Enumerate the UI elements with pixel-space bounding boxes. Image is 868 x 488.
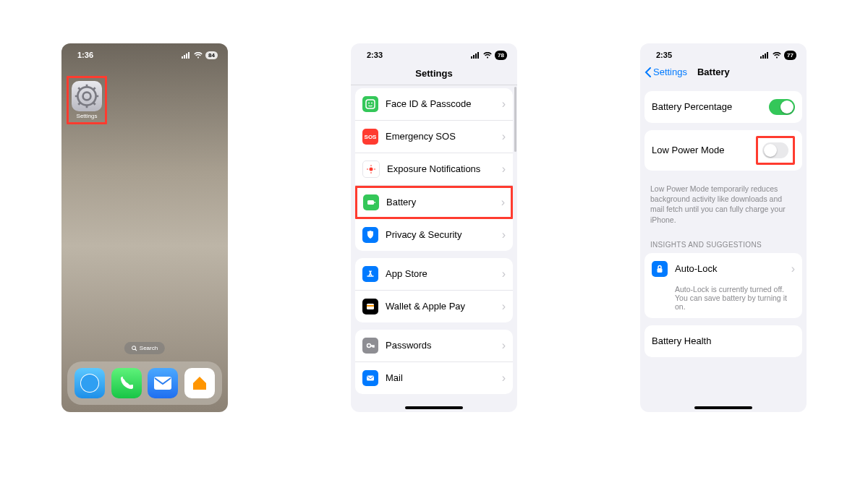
status-icons: 78 xyxy=(471,51,507,60)
wifi-icon xyxy=(194,52,203,59)
screenshot-settings-list: 2:33 78 Settings Face ID & Passcode › SO… xyxy=(351,43,517,412)
row-label: Low Power Mode xyxy=(652,145,756,156)
screenshot-home-screen: 1:36 84 Settings Search xyxy=(61,43,228,412)
house-icon xyxy=(190,374,209,393)
chevron-right-icon: › xyxy=(502,339,506,352)
status-bar: 2:33 78 xyxy=(351,43,517,64)
settings-group-3: Passwords › Mail › xyxy=(355,330,513,394)
row-label: Wallet & Apple Pay xyxy=(386,301,502,312)
svg-point-28 xyxy=(370,168,373,171)
chevron-right-icon: › xyxy=(502,98,506,111)
row-label: Exposure Notifications xyxy=(387,163,502,175)
home-indicator[interactable] xyxy=(694,406,752,409)
status-icons: 77 xyxy=(760,51,796,60)
settings-group-2: App Store › Wallet & Apple Pay › xyxy=(355,258,513,322)
dock xyxy=(67,361,222,405)
low-power-mode-toggle-highlighted xyxy=(756,136,795,165)
settings-row-appstore[interactable]: App Store › xyxy=(355,258,513,291)
search-icon xyxy=(132,346,137,351)
privacy-icon xyxy=(362,227,378,243)
settings-row-privacy[interactable]: Privacy & Security › xyxy=(355,219,513,251)
exposure-icon xyxy=(362,160,380,178)
row-label: Emergency SOS xyxy=(386,131,502,142)
screenshot-battery-page: 2:35 77 Settings Battery Battery Percent… xyxy=(640,43,807,412)
chevron-left-icon xyxy=(644,67,652,77)
home-app-icon[interactable] xyxy=(184,368,215,398)
row-label: Face ID & Passcode xyxy=(386,98,502,110)
compass-icon xyxy=(79,372,101,394)
lock-icon xyxy=(652,261,668,277)
chevron-right-icon: › xyxy=(502,267,506,281)
svg-point-27 xyxy=(371,103,373,104)
settings-row-passwords[interactable]: Passwords › xyxy=(355,330,513,362)
settings-group-1: Face ID & Passcode › SOS Emergency SOS ›… xyxy=(355,88,513,251)
svg-rect-22 xyxy=(473,55,475,59)
settings-row-battery-highlighted[interactable]: Battery › xyxy=(355,186,513,219)
home-indicator[interactable] xyxy=(405,406,463,409)
back-button[interactable]: Settings xyxy=(644,67,687,77)
row-label: Passwords xyxy=(386,340,502,351)
settings-app-icon[interactable] xyxy=(72,81,102,111)
settings-app-highlighted: Settings xyxy=(67,76,107,124)
svg-rect-42 xyxy=(767,52,768,59)
svg-line-11 xyxy=(93,103,95,105)
chevron-right-icon: › xyxy=(502,130,506,143)
battery-pill: 78 xyxy=(495,51,507,60)
row-label: Battery xyxy=(386,197,501,208)
status-icons: 84 xyxy=(182,51,218,59)
status-time: 1:36 xyxy=(77,51,93,59)
battery-icon xyxy=(363,194,379,210)
passwords-icon xyxy=(362,338,378,354)
svg-rect-25 xyxy=(366,100,375,108)
settings-row-mail[interactable]: Mail › xyxy=(355,362,513,394)
chevron-right-icon: › xyxy=(501,196,505,209)
svg-line-13 xyxy=(78,103,80,105)
svg-line-12 xyxy=(93,87,95,90)
appstore-icon xyxy=(362,266,378,282)
svg-rect-3 xyxy=(188,52,190,59)
svg-point-26 xyxy=(368,103,370,104)
gear-icon xyxy=(74,83,100,109)
battery-percentage-group: Battery Percentage xyxy=(644,91,802,123)
status-time: 2:33 xyxy=(367,51,383,59)
low-power-mode-row: Low Power Mode xyxy=(644,130,802,171)
autolock-row[interactable]: Auto-Lock › xyxy=(644,253,802,285)
svg-rect-33 xyxy=(367,200,374,205)
signal-icon xyxy=(471,52,480,59)
battery-pill: 77 xyxy=(784,51,796,60)
nav-bar: Settings Battery xyxy=(640,64,807,84)
battery-health-row[interactable]: Battery Health xyxy=(644,325,802,357)
nav-title: Battery xyxy=(697,67,730,77)
svg-line-10 xyxy=(78,87,80,90)
mail-app-icon[interactable] xyxy=(148,368,178,398)
scrollbar[interactable] xyxy=(514,87,516,152)
battery-health-group: Battery Health xyxy=(644,325,802,357)
wallet-icon xyxy=(362,299,378,314)
low-power-mode-toggle[interactable] xyxy=(762,142,788,158)
phone-app-icon[interactable] xyxy=(111,368,142,398)
row-label: Auto-Lock xyxy=(675,263,791,275)
signal-icon xyxy=(760,52,770,59)
chevron-right-icon: › xyxy=(502,163,506,176)
svg-rect-23 xyxy=(475,53,477,59)
row-label: Battery Percentage xyxy=(652,101,769,113)
sos-badge-text: SOS xyxy=(365,134,377,140)
svg-rect-34 xyxy=(375,202,375,203)
settings-row-faceid[interactable]: Face ID & Passcode › xyxy=(355,88,513,121)
settings-row-wallet[interactable]: Wallet & Apple Pay › xyxy=(355,291,513,322)
svg-point-4 xyxy=(77,87,95,105)
low-power-mode-group: Low Power Mode xyxy=(644,130,802,171)
signal-icon xyxy=(182,52,191,59)
settings-row-sos[interactable]: SOS Emergency SOS › xyxy=(355,121,513,153)
faceid-icon xyxy=(362,96,378,112)
insights-section-header: INSIGHTS AND SUGGESTIONS xyxy=(640,231,807,252)
settings-app-label: Settings xyxy=(72,113,102,119)
settings-row-exposure[interactable]: Exposure Notifications › xyxy=(355,153,513,186)
safari-app-icon[interactable] xyxy=(75,368,105,398)
svg-rect-21 xyxy=(471,56,472,59)
status-time: 2:35 xyxy=(656,51,672,59)
svg-rect-38 xyxy=(367,376,374,381)
spotlight-search-pill[interactable]: Search xyxy=(124,342,165,354)
envelope-icon xyxy=(153,376,172,390)
battery-percentage-toggle[interactable] xyxy=(769,99,795,115)
